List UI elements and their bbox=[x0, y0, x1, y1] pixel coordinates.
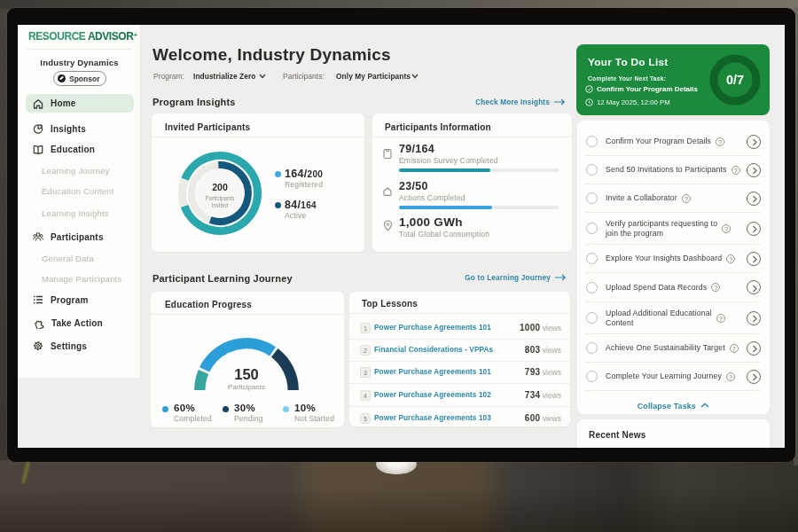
svg-text:Invited: Invited bbox=[212, 202, 229, 208]
svg-text:0/7: 0/7 bbox=[726, 73, 744, 87]
svg-text:Participants: Participants bbox=[206, 195, 235, 202]
svg-text:150: 150 bbox=[234, 366, 259, 382]
svg-text:200: 200 bbox=[212, 182, 228, 192]
svg-text:Participants: Participants bbox=[228, 383, 265, 391]
